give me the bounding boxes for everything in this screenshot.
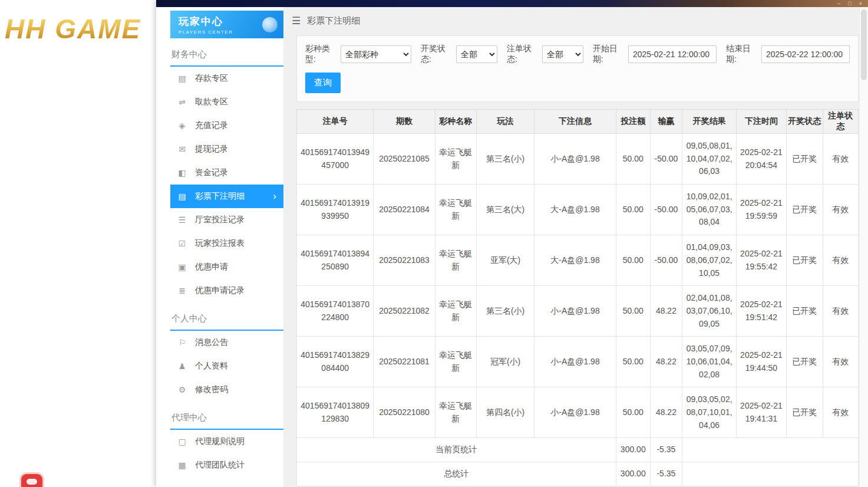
table-cell: 20250221083 — [374, 235, 435, 286]
table-cell: 20250221081 — [374, 337, 435, 387]
table-row: 40156917401387022480020250221082幸运飞艇新第三名… — [297, 286, 859, 337]
table-cell: 已开奖 — [786, 134, 823, 185]
table-cell: 幸运飞艇新 — [435, 286, 476, 337]
sidebar-item-label: 充值记录 — [195, 120, 228, 131]
bet-status-select[interactable]: 全部 — [542, 45, 583, 63]
table-cell: 已开奖 — [786, 235, 823, 286]
summary-label: 总统计 — [297, 462, 616, 486]
end-date-label: 结束日期: — [726, 44, 758, 65]
screen: HH GAME − □ × 玩家中心 PLAYERS CENTER 财务中心▤存… — [0, 0, 868, 487]
summary-bet-total: 300.00 — [616, 462, 650, 486]
filter-panel: 彩种类型: 全部彩种 开奖状态: 全部 注单状态: 全部 — [296, 35, 859, 102]
sidebar-section-title: 代理中心 — [170, 412, 283, 430]
sidebar-item-announcements[interactable]: ⚐消息公告 — [170, 331, 283, 354]
table-cell: 09,03,05,02,08,07,10,01,04,06 — [682, 387, 737, 438]
sidebar-item-profile[interactable]: ♟个人资料 — [170, 354, 283, 378]
sidebar-item-promo-apply[interactable]: ▣优惠申请 — [170, 255, 283, 279]
column-header: 开奖结果 — [682, 110, 737, 134]
sidebar-item-funds-records[interactable]: ◧资金记录 — [170, 161, 283, 185]
table-cell: 幸运飞艇新 — [435, 235, 476, 286]
sidebar-item-promo-apply-records[interactable]: ≣优惠申请记录 — [170, 279, 283, 302]
sidebar-item-cashout-records[interactable]: ✉提现记录 — [170, 137, 283, 161]
sidebar: 玩家中心 PLAYERS CENTER 财务中心▤存款专区⇌取款专区◈充值记录✉… — [156, 7, 283, 487]
content-topbar: ☰ 彩票下注明细 — [283, 7, 868, 34]
sidebar-item-label: 修改密码 — [195, 384, 228, 395]
table-cell: 50.00 — [616, 134, 650, 185]
hall-bet-record-icon: ☰ — [176, 215, 188, 225]
sidebar-item-hall-bet-records[interactable]: ☰厅室投注记录 — [170, 208, 283, 232]
sidebar-item-player-bet-report[interactable]: ☑玩家投注报表 — [170, 232, 283, 255]
table-cell: 大-A盘@1.98 — [534, 185, 616, 235]
sidebar-item-label: 彩票下注明细 — [195, 191, 245, 202]
column-header: 下注信息 — [534, 110, 616, 134]
sidebar-item-label: 提现记录 — [195, 144, 228, 154]
sidebar-item-label: 资金记录 — [195, 167, 228, 178]
query-button[interactable]: 查询 — [305, 73, 341, 93]
withdraw-icon: ⇌ — [176, 97, 188, 107]
table-cell: 已开奖 — [786, 286, 823, 337]
app-window: − □ × 玩家中心 PLAYERS CENTER 财务中心▤存款专区⇌取款专区… — [156, 0, 868, 487]
sidebar-item-withdraw-zone[interactable]: ⇌取款专区 — [170, 90, 283, 114]
scrollbar-thumb[interactable] — [861, 9, 867, 80]
deposit-icon: ▤ — [176, 74, 188, 83]
table-cell: 小-A盘@1.98 — [534, 134, 616, 185]
column-header: 注单状态 — [823, 110, 858, 134]
scrollbar[interactable] — [859, 7, 868, 487]
sidebar-item-label: 优惠申请记录 — [195, 285, 245, 296]
summary-empty — [682, 462, 859, 486]
table-cell: 2025-02-21 19:41:31 — [737, 387, 786, 438]
table-cell: 已开奖 — [786, 185, 823, 235]
sidebar-title: 玩家中心 — [179, 15, 233, 28]
main-content: ☰ 彩票下注明细 彩种类型: 全部彩种 开奖状态: 全部 — [283, 7, 868, 487]
lottery-type-select[interactable]: 全部彩种 — [341, 45, 411, 63]
sidebar-item-agent-team-stats[interactable]: ▦代理团队统计 — [170, 453, 283, 477]
bet-status-label: 注单状态: — [507, 44, 539, 65]
table-cell: 50.00 — [616, 286, 650, 337]
end-date-input[interactable] — [761, 45, 850, 63]
brand-area: HH GAME — [0, 0, 156, 487]
table-cell: 48.22 — [650, 286, 682, 337]
sidebar-item-lottery-bet-details[interactable]: ▤彩票下注明细› — [170, 185, 283, 208]
table-cell: 有效 — [823, 134, 858, 185]
column-header: 注单号 — [297, 110, 374, 134]
draw-status-select[interactable]: 全部 — [456, 45, 497, 63]
sidebar-section-title: 个人中心 — [170, 313, 283, 331]
recharge-record-icon: ◈ — [176, 121, 188, 130]
sidebar-item-recharge-records[interactable]: ◈充值记录 — [170, 114, 283, 137]
table-cell: 20250221084 — [374, 185, 435, 235]
table-cell: -50.00 — [650, 134, 682, 185]
maximize-icon[interactable]: □ — [848, 0, 851, 7]
column-header: 彩种名称 — [435, 110, 476, 134]
column-header: 下注时间 — [737, 110, 786, 134]
sidebar-nav: 财务中心▤存款专区⇌取款专区◈充值记录✉提现记录◧资金记录▤彩票下注明细›☰厅室… — [170, 49, 283, 477]
sidebar-item-label: 存款专区 — [195, 73, 228, 84]
table-cell: 有效 — [823, 185, 858, 235]
sidebar-item-label: 代理团队统计 — [195, 460, 245, 470]
table-cell: 幸运飞艇新 — [435, 387, 476, 438]
table-cell: 已开奖 — [786, 387, 823, 438]
start-date-input[interactable] — [628, 45, 717, 63]
table-cell: 幸运飞艇新 — [435, 134, 476, 185]
minimize-icon[interactable]: − — [837, 0, 840, 7]
draw-status-label: 开奖状态: — [421, 44, 453, 65]
chat-bubble-icon[interactable] — [21, 474, 42, 487]
cashout-record-icon: ✉ — [176, 144, 188, 154]
table-cell: 02,04,01,08,03,07,06,10,09,05 — [682, 286, 737, 337]
table-cell: 401569174013870224800 — [297, 286, 374, 337]
sidebar-subtitle: PLAYERS CENTER — [179, 29, 233, 35]
summary-row: 当前页统计300.00-5.35 — [297, 438, 859, 462]
close-icon[interactable]: × — [859, 0, 862, 7]
sidebar-item-label: 厅室投注记录 — [195, 215, 245, 225]
menu-toggle-icon[interactable]: ☰ — [292, 15, 301, 27]
player-bet-report-icon: ☑ — [176, 239, 188, 248]
table-row: 40156917401394945700020250221085幸运飞艇新第三名… — [297, 134, 859, 185]
sidebar-item-change-password[interactable]: ⚙修改密码 — [170, 378, 283, 402]
sidebar-item-deposit-zone[interactable]: ▤存款专区 — [170, 67, 283, 90]
sidebar-section-title: 财务中心 — [170, 49, 283, 67]
lottery-bet-detail-icon: ▤ — [176, 192, 188, 201]
sidebar-item-label: 消息公告 — [195, 337, 228, 348]
table-row: 40156917401391993995020250221084幸运飞艇新第三名… — [297, 185, 859, 235]
table-cell: 2025-02-21 19:51:42 — [737, 286, 786, 337]
summary-row: 总统计300.00-5.35 — [297, 462, 859, 486]
sidebar-item-agent-rules[interactable]: ▢代理规则说明 — [170, 430, 283, 453]
